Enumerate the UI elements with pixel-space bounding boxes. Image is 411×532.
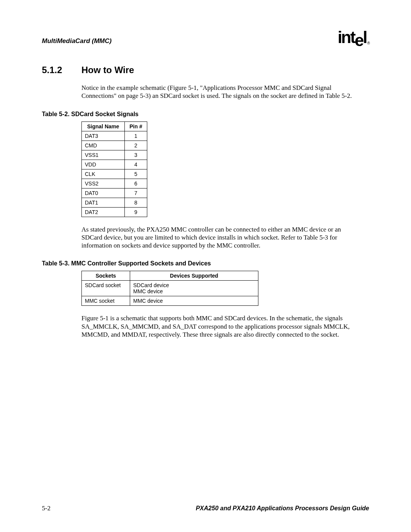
table-header-row: Sockets Devices Supported [82, 271, 258, 281]
table-cell: SDCard deviceMMC device [130, 281, 258, 296]
mmc-sockets-table: Sockets Devices Supported SDCard socketS… [81, 271, 258, 306]
table-cell: 5 [125, 169, 147, 179]
table-cell: CLK [82, 169, 125, 179]
paragraph: Figure 5-1 is a schematic that supports … [81, 314, 355, 339]
page: MultiMediaCard (MMC) intel® 5.1.2 How to… [0, 0, 411, 532]
table-row: DAT18 [82, 198, 147, 207]
document-title: PXA250 and PXA210 Applications Processor… [196, 505, 369, 512]
table-caption: Table 5-2. SDCard Socket Signals [42, 111, 369, 118]
col-header: Sockets [82, 271, 130, 281]
col-header: Signal Name [82, 121, 125, 131]
table-row: DAT31 [82, 131, 147, 141]
table-cell: MMC socket [82, 296, 130, 306]
table-cell: VSS1 [82, 150, 125, 160]
section-number: 5.1.2 [42, 65, 81, 75]
table-cell: 6 [125, 179, 147, 188]
table-cell: VDD [82, 160, 125, 169]
col-header: Pin # [125, 121, 147, 131]
table-cell: DAT0 [82, 188, 125, 198]
table-cell: 2 [125, 141, 147, 150]
section-heading: 5.1.2 How to Wire [42, 65, 369, 75]
table-cell: CMD [82, 141, 125, 150]
table-cell: VSS2 [82, 179, 125, 188]
page-number: 5-2 [42, 505, 51, 512]
intel-logo: intel® [338, 29, 369, 46]
table-row: CLK5 [82, 169, 147, 179]
paragraph: As stated previously, the PXA250 MMC con… [81, 225, 355, 250]
table-row: VDD4 [82, 160, 147, 169]
table-cell: 9 [125, 207, 147, 217]
table-row: VSS13 [82, 150, 147, 160]
table-cell: SDCard socket [82, 281, 130, 296]
table-row: CMD2 [82, 141, 147, 150]
table-cell: DAT3 [82, 131, 125, 141]
col-header: Devices Supported [130, 271, 258, 281]
paragraph: Notice in the example schematic (Figure … [81, 84, 355, 100]
table-row: DAT07 [82, 188, 147, 198]
table-row: DAT29 [82, 207, 147, 217]
section-title: How to Wire [81, 65, 134, 75]
table-header-row: Signal Name Pin # [82, 121, 147, 131]
table-cell: 3 [125, 150, 147, 160]
table-row: SDCard socketSDCard deviceMMC device [82, 281, 258, 296]
page-header: MultiMediaCard (MMC) intel® [42, 30, 369, 46]
table-cell: 8 [125, 198, 147, 207]
registered-mark: ® [367, 41, 370, 45]
table-row: MMC socketMMC device [82, 296, 258, 306]
sdcard-signals-table: Signal Name Pin # DAT31CMD2VSS13VDD4CLK5… [81, 121, 147, 217]
table-cell: 7 [125, 188, 147, 198]
table-cell: 4 [125, 160, 147, 169]
table-cell: DAT1 [82, 198, 125, 207]
table-cell: 1 [125, 131, 147, 141]
table-cell: MMC device [130, 296, 258, 306]
chapter-title: MultiMediaCard (MMC) [42, 37, 112, 46]
page-footer: 5-2 PXA250 and PXA210 Applications Proce… [42, 505, 369, 512]
table-caption: Table 5-3. MMC Controller Supported Sock… [42, 260, 369, 267]
table-row: VSS26 [82, 179, 147, 188]
table-cell: DAT2 [82, 207, 125, 217]
